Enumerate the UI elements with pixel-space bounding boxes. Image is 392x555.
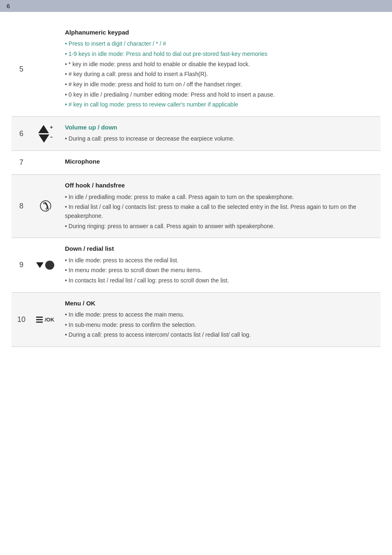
bullet-item: In idle mode: press to access the redial… — [65, 256, 376, 265]
bullet-list: In idle / predialling mode: press to mak… — [65, 193, 376, 231]
bullet-item: In idle mode: press to access the main m… — [65, 310, 376, 319]
row-icon-cell: /OK — [31, 292, 60, 347]
row-number: 9 — [12, 238, 31, 292]
row-content: Microphone — [60, 151, 380, 175]
page-number: 6 — [7, 2, 10, 9]
bullet-item: During a call: press to increase or decr… — [65, 134, 376, 143]
bullet-item: In idle / predialling mode: press to mak… — [65, 193, 376, 202]
bullet-item: * key in idle mode: press and hold to en… — [65, 60, 376, 69]
bullet-list: During a call: press to increase or decr… — [65, 134, 376, 143]
table-row: 5Alphanumeric keypadPress to insert a di… — [12, 22, 380, 117]
table-row: 9 Down / redial listIn idle mode: press … — [12, 238, 380, 292]
section-title: Off hook / handsfree — [65, 180, 376, 190]
down-circle-icon — [36, 261, 55, 270]
table-row: 6 + – Volume up / downDuring a call: pre… — [12, 117, 380, 151]
row-icon-cell — [31, 238, 60, 292]
row-number: 6 — [12, 117, 31, 151]
table-row: 10 /OK Menu / OKIn idle mode: press to a… — [12, 292, 380, 347]
row-content: Down / redial listIn idle mode: press to… — [60, 238, 380, 292]
table-row: 8✆Off hook / handsfreeIn idle / prediall… — [12, 175, 380, 238]
bullet-item: 0 key in idle / predialing / number edit… — [65, 90, 376, 99]
row-content: Alphanumeric keypadPress to insert a dig… — [60, 22, 380, 117]
menu-ok-icon: /OK — [36, 317, 55, 323]
bullet-item: In menu mode: press to scroll down the m… — [65, 266, 376, 275]
bullet-item: In redial list / call log / contacts lis… — [65, 203, 376, 220]
feature-table: 5Alphanumeric keypadPress to insert a di… — [12, 22, 380, 347]
page-header: 6 — [0, 0, 392, 12]
bullet-item: # key in call log mode: press to review … — [65, 100, 376, 109]
row-icon-cell — [31, 151, 60, 175]
row-number: 5 — [12, 22, 31, 117]
bullet-item: In contacts list / redial list / call lo… — [65, 276, 376, 285]
section-title: Microphone — [65, 157, 376, 166]
bullet-item: Press to insert a digit / character / * … — [65, 39, 376, 49]
row-icon-cell: ✆ — [31, 175, 60, 238]
bullet-item: During ringing: press to answer a call. … — [65, 222, 376, 231]
bullet-item: In sub-menu mode: press to confirm the s… — [65, 321, 376, 330]
main-table-container: 5Alphanumeric keypadPress to insert a di… — [12, 22, 380, 347]
row-number: 8 — [12, 175, 31, 238]
section-title: Volume up / down — [65, 123, 376, 132]
volume-icon: + – — [36, 125, 55, 143]
section-title: Menu / OK — [65, 298, 376, 308]
bullet-item: 1-9 keys in idle mode: Press and hold to… — [65, 50, 376, 59]
bullet-item: # key during a call: press and hold to i… — [65, 70, 376, 79]
row-icon-cell — [31, 22, 60, 117]
row-content: Menu / OKIn idle mode: press to access t… — [60, 292, 380, 347]
bullet-list: In idle mode: press to access the redial… — [65, 256, 376, 285]
bullet-item: During a call: press to access intercom/… — [65, 331, 376, 340]
bullet-list: Press to insert a digit / character / * … — [65, 39, 376, 109]
row-number: 10 — [12, 292, 31, 347]
row-content: Volume up / downDuring a call: press to … — [60, 117, 380, 151]
bullet-list: In idle mode: press to access the main m… — [65, 310, 376, 340]
section-title: Down / redial list — [65, 244, 376, 253]
section-title: Alphanumeric keypad — [65, 28, 376, 37]
row-icon-cell: + – — [31, 117, 60, 151]
bullet-item: # key in idle mode: press and hold to tu… — [65, 80, 376, 89]
table-row: 7Microphone — [12, 151, 380, 175]
row-number: 7 — [12, 151, 31, 175]
row-content: Off hook / handsfreeIn idle / prediallin… — [60, 175, 380, 238]
phone-icon: ✆ — [39, 198, 52, 215]
